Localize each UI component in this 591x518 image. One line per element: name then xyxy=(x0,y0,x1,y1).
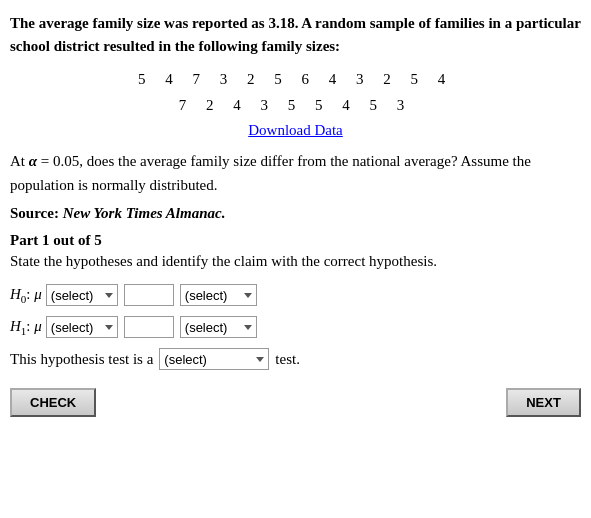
h1-label: H1: μ xyxy=(10,318,42,337)
part-label: Part 1 out of 5 xyxy=(10,232,581,249)
h0-claim-select[interactable]: (select) claim not claim xyxy=(180,284,257,306)
question-text: At α = 0.05, does the average family siz… xyxy=(10,149,581,197)
h1-claim-select[interactable]: (select) claim not claim xyxy=(180,316,257,338)
h0-row: H0: μ (select) = ≠ < > ≤ ≥ (select) clai… xyxy=(10,284,581,306)
source-value: New York Times Almanac. xyxy=(63,205,226,221)
h0-value-input[interactable] xyxy=(124,284,174,306)
source-line: Source: New York Times Almanac. xyxy=(10,205,581,222)
h1-row: H1: μ (select) = ≠ < > ≤ ≥ (select) clai… xyxy=(10,316,581,338)
alpha-symbol: α xyxy=(29,153,37,169)
source-label: Source: xyxy=(10,205,59,221)
test-type-select[interactable]: (select) left-tailed right-tailed two-ta… xyxy=(159,348,269,370)
data-row2: 7 2 4 3 5 5 4 5 3 xyxy=(10,93,581,119)
data-row1: 5 4 7 3 2 5 6 4 3 2 5 4 xyxy=(10,67,581,93)
h1-relation-select[interactable]: (select) = ≠ < > ≤ ≥ xyxy=(46,316,118,338)
download-link[interactable]: Download Data xyxy=(10,122,581,139)
test-prefix: This hypothesis test is a xyxy=(10,351,153,368)
part-instruction: State the hypotheses and identify the cl… xyxy=(10,253,581,270)
next-button[interactable]: NEXT xyxy=(506,388,581,417)
h0-label: H0: μ xyxy=(10,286,42,305)
h0-relation-select[interactable]: (select) = ≠ < > ≤ ≥ xyxy=(46,284,118,306)
test-row: This hypothesis test is a (select) left-… xyxy=(10,348,581,370)
check-button[interactable]: CHECK xyxy=(10,388,96,417)
h1-value-input[interactable] xyxy=(124,316,174,338)
intro-text: The average family size was reported as … xyxy=(10,12,581,57)
test-suffix: test. xyxy=(275,351,300,368)
buttons-row: CHECK NEXT xyxy=(10,388,581,417)
